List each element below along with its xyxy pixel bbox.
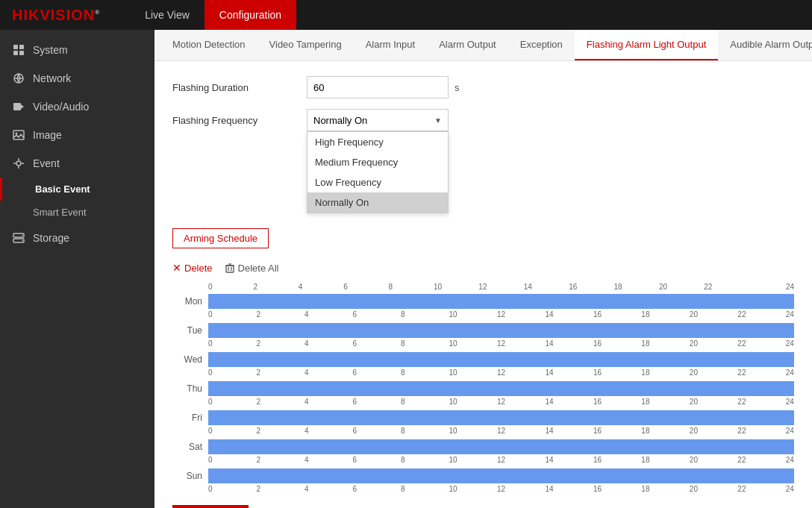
time-bar-fill-thu bbox=[208, 381, 794, 396]
dropdown-selected-value: Normally On bbox=[313, 115, 434, 126]
nav-live-view[interactable]: Live View bbox=[130, 0, 204, 30]
sidebar-label-video-audio: Video/Audio bbox=[33, 101, 89, 113]
day-label-wed: Wed bbox=[172, 354, 208, 365]
schedule-grid: 0 2 4 6 8 10 12 14 16 18 20 22 24 Mon bbox=[172, 283, 794, 493]
sidebar-label-network: Network bbox=[33, 72, 71, 84]
tick-row-fri: 024681012141618202224 bbox=[172, 427, 794, 435]
schedule-row-mon: Mon bbox=[172, 294, 794, 309]
dropdown-option-medium[interactable]: Medium Frequency bbox=[307, 152, 448, 172]
sidebar-label-event: Event bbox=[33, 157, 60, 169]
svg-point-14 bbox=[22, 240, 23, 242]
time-bar-mon[interactable] bbox=[208, 294, 794, 309]
svg-rect-8 bbox=[13, 131, 24, 139]
sidebar-item-network[interactable]: Network bbox=[0, 64, 154, 92]
logo-text: HIKVISION bbox=[12, 7, 95, 23]
delete-button[interactable]: ✕ Delete bbox=[172, 262, 213, 274]
sidebar-item-video-audio[interactable]: Video/Audio bbox=[0, 92, 154, 121]
time-bar-thu[interactable] bbox=[208, 381, 794, 396]
action-row: ✕ Delete Delete All bbox=[172, 262, 794, 274]
dropdown-options-list: High Frequency Medium Frequency Low Freq… bbox=[307, 131, 449, 213]
svg-rect-1 bbox=[19, 45, 24, 49]
day-label-fri: Fri bbox=[172, 413, 208, 423]
dropdown-option-low[interactable]: Low Frequency bbox=[307, 172, 448, 192]
svg-marker-7 bbox=[21, 104, 24, 109]
flashing-frequency-row: Flashing Frequency Normally On ▼ High Fr… bbox=[172, 109, 794, 131]
tick-row-tue: 024681012141618202224 bbox=[172, 339, 794, 348]
x-icon: ✕ bbox=[172, 262, 181, 274]
sidebar-item-event[interactable]: Event bbox=[0, 149, 154, 178]
day-label-sun: Sun bbox=[172, 471, 208, 481]
logo: HIKVISION® bbox=[12, 7, 100, 24]
sidebar-label-image: Image bbox=[33, 129, 62, 141]
tab-audible-alarm-output[interactable]: Audible Alarm Output bbox=[718, 30, 812, 60]
time-bar-fill-mon bbox=[208, 294, 794, 309]
sidebar-sub-basic-event[interactable]: Basic Event bbox=[0, 178, 154, 201]
schedule-row-tue: Tue bbox=[172, 323, 794, 338]
time-bar-fill-tue bbox=[208, 323, 794, 338]
chevron-down-icon: ▼ bbox=[434, 116, 442, 125]
image-icon bbox=[12, 128, 25, 142]
svg-rect-3 bbox=[19, 51, 24, 55]
flashing-frequency-label: Flashing Frequency bbox=[172, 115, 307, 126]
event-icon bbox=[12, 157, 25, 170]
flashing-duration-unit: s bbox=[455, 82, 460, 93]
main-content: Motion Detection Video Tampering Alarm I… bbox=[154, 30, 812, 508]
sidebar-sub-smart-event[interactable]: Smart Event bbox=[0, 201, 154, 224]
tab-flashing-alarm-light[interactable]: Flashing Alarm Light Output bbox=[575, 30, 718, 60]
time-bar-fri[interactable] bbox=[208, 410, 794, 425]
sidebar-label-storage: Storage bbox=[33, 232, 69, 244]
save-button[interactable]: Save bbox=[172, 505, 249, 508]
content-area: Flashing Duration s Flashing Frequency N… bbox=[154, 61, 812, 508]
delete-all-button[interactable]: Delete All bbox=[225, 262, 279, 274]
svg-point-10 bbox=[16, 161, 21, 166]
time-bar-tue[interactable] bbox=[208, 323, 794, 338]
top-nav: HIKVISION® Live View Configuration bbox=[0, 0, 812, 30]
sidebar-item-image[interactable]: Image bbox=[0, 121, 154, 149]
tab-motion-detection[interactable]: Motion Detection bbox=[160, 30, 257, 60]
tick-row-thu: 024681012141618202224 bbox=[172, 398, 794, 406]
logo-reg: ® bbox=[95, 9, 100, 16]
flashing-duration-label: Flashing Duration bbox=[172, 82, 307, 93]
flashing-duration-input[interactable] bbox=[307, 76, 449, 98]
main-layout: System Network Video/Audio bbox=[0, 30, 812, 508]
trash-icon bbox=[225, 262, 235, 274]
time-bar-sat[interactable] bbox=[208, 439, 794, 454]
arming-schedule-wrapper: Arming Schedule bbox=[172, 228, 794, 256]
tick-row-wed: 024681012141618202224 bbox=[172, 369, 794, 377]
video-icon bbox=[12, 100, 25, 113]
svg-rect-2 bbox=[13, 51, 18, 55]
sidebar-item-storage[interactable]: Storage bbox=[0, 224, 154, 252]
schedule-row-sun: Sun bbox=[172, 468, 794, 483]
tab-alarm-input[interactable]: Alarm Input bbox=[354, 30, 427, 60]
tab-bar: Motion Detection Video Tampering Alarm I… bbox=[154, 30, 812, 61]
nav-configuration[interactable]: Configuration bbox=[204, 0, 296, 30]
dropdown-trigger[interactable]: Normally On ▼ bbox=[307, 109, 449, 131]
day-label-thu: Thu bbox=[172, 383, 208, 394]
svg-rect-0 bbox=[13, 45, 18, 49]
arming-schedule-button[interactable]: Arming Schedule bbox=[172, 228, 269, 248]
time-scale: 0 2 4 6 8 10 12 14 16 18 20 22 24 bbox=[208, 283, 794, 291]
flashing-frequency-dropdown[interactable]: Normally On ▼ High Frequency Medium Freq… bbox=[307, 109, 449, 131]
sidebar-label-system: System bbox=[33, 44, 68, 56]
tab-exception[interactable]: Exception bbox=[508, 30, 575, 60]
sidebar-item-system[interactable]: System bbox=[0, 36, 154, 64]
time-bar-fill-wed bbox=[208, 352, 794, 367]
storage-icon bbox=[12, 231, 25, 245]
time-bar-wed[interactable] bbox=[208, 352, 794, 367]
system-icon bbox=[12, 43, 25, 57]
tab-alarm-output[interactable]: Alarm Output bbox=[427, 30, 508, 60]
dropdown-option-normally[interactable]: Normally On bbox=[307, 192, 448, 213]
svg-point-13 bbox=[22, 235, 23, 236]
tab-video-tampering[interactable]: Video Tampering bbox=[257, 30, 354, 60]
day-label-sat: Sat bbox=[172, 442, 208, 452]
time-bar-fill-fri bbox=[208, 410, 794, 425]
tick-row-sun: 024681012141618202224 bbox=[172, 485, 794, 493]
dropdown-option-high[interactable]: High Frequency bbox=[307, 132, 448, 152]
time-bar-sun[interactable] bbox=[208, 468, 794, 483]
schedule-row-fri: Fri bbox=[172, 410, 794, 425]
schedule-row-thu: Thu bbox=[172, 381, 794, 396]
schedule-row-wed: Wed bbox=[172, 352, 794, 367]
flashing-duration-row: Flashing Duration s bbox=[172, 76, 794, 98]
sidebar-sub-label-basic-event: Basic Event bbox=[35, 184, 90, 195]
sidebar-sub-label-smart-event: Smart Event bbox=[33, 207, 87, 218]
